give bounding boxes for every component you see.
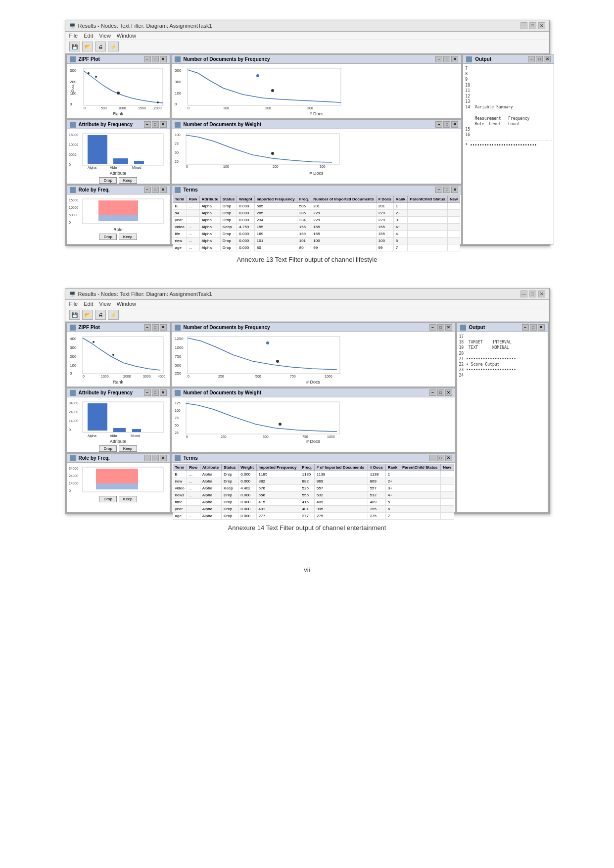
numdoc-freq-ctrl-max-1[interactable]: □	[443, 56, 450, 62]
table-cell: Alpha	[199, 217, 220, 224]
tool-settings-2[interactable]: ⚡	[108, 310, 119, 320]
attr-freq-ctrl-min-1[interactable]: −	[144, 121, 151, 128]
attr-freq-chart-1: 15000 10002 5002 0 Alpha Abbr	[69, 131, 165, 170]
svg-rect-72	[188, 337, 340, 374]
role-freq-ctrl-close-1[interactable]: ✕	[160, 187, 167, 193]
maximize-button-2[interactable]: □	[529, 290, 536, 297]
numdoc-weight-ctrl-max-2[interactable]: □	[437, 389, 444, 396]
zipf-ctrl-close-2[interactable]: ✕	[160, 324, 167, 331]
col-status-1: Status	[220, 196, 236, 203]
zipf-ctrl-max-2[interactable]: □	[152, 324, 159, 331]
col-row-1: Row	[187, 196, 199, 203]
zipf-ctrl-min-2[interactable]: −	[144, 324, 151, 331]
attr-freq-ctrl-min-2[interactable]: −	[144, 389, 151, 396]
menu-file-1[interactable]: File	[69, 33, 78, 39]
svg-rect-19	[188, 68, 341, 105]
numdoc-freq-ctrl-close-1[interactable]: ✕	[451, 56, 458, 62]
numdoc-weight-ctrl-max-1[interactable]: □	[443, 121, 450, 128]
menu-edit-1[interactable]: Edit	[84, 33, 93, 39]
role-freq-ctrl-min-2[interactable]: −	[144, 455, 151, 461]
terms-ctrl-close-2[interactable]: ✕	[445, 455, 452, 461]
table-cell: Drop	[220, 217, 236, 224]
table-cell	[400, 499, 440, 506]
tool-settings-1[interactable]: ⚡	[108, 42, 119, 51]
role-freq-keep-btn-1[interactable]: Keep	[119, 234, 137, 240]
output-ctrl-max-2[interactable]: □	[530, 324, 537, 331]
attr-freq-ctrl-close-1[interactable]: ✕	[160, 121, 167, 128]
numdoc-freq-ctrl-min-2[interactable]: −	[429, 324, 436, 331]
output-ctrl-close-1[interactable]: ✕	[544, 56, 551, 62]
tool-print-2[interactable]: 🖨	[95, 310, 106, 320]
role-freq-drop-btn-1[interactable]: Drop	[99, 234, 116, 240]
role-freq-icon-1	[70, 187, 76, 193]
screenshot-window-1: 🖥️ Results - Nodes: Text Filter: Diagram…	[65, 20, 550, 246]
numdoc-freq-header-1: Number of Documents by Frequency − □ ✕	[172, 55, 462, 64]
table-cell: 7	[385, 513, 400, 520]
close-button-1[interactable]: ✕	[538, 22, 545, 29]
attr-freq-ctrl-close-2[interactable]: ✕	[160, 389, 167, 396]
numdoc-weight-ctrl-min-2[interactable]: −	[429, 389, 436, 396]
output-ctrl-max-1[interactable]: □	[536, 56, 543, 62]
attr-freq-drop-btn-1[interactable]: Drop	[99, 177, 116, 184]
tool-print-1[interactable]: 🖨	[95, 42, 106, 51]
terms-ctrl-max-1[interactable]: □	[443, 187, 450, 193]
table-cell: 155	[311, 224, 376, 231]
table-cell: 0.000	[237, 210, 255, 217]
role-freq-ctrl-close-2[interactable]: ✕	[160, 455, 167, 461]
terms-ctrl-close-1[interactable]: ✕	[451, 187, 458, 193]
numdoc-freq-ctrl-max-2[interactable]: □	[437, 324, 444, 331]
role-freq-ctrl-min-1[interactable]: −	[144, 187, 151, 193]
numdoc-weight-ctrl-min-1[interactable]: −	[435, 121, 442, 128]
zipf-ctrl-max-1[interactable]: □	[152, 56, 159, 62]
role-freq-drop-btn-2[interactable]: Drop	[99, 496, 116, 502]
attr-freq-drop-btn-2[interactable]: Drop	[99, 445, 116, 452]
menu-window-1[interactable]: Window	[117, 33, 136, 39]
screenshot-window-2: 🖥️ Results - Nodes: Text Filter: Diagram…	[65, 288, 550, 514]
role-freq-ctrl-max-2[interactable]: □	[152, 455, 159, 461]
zipf-ctrl-min-1[interactable]: −	[144, 56, 151, 62]
output-ctrl-close-2[interactable]: ✕	[538, 324, 545, 331]
attr-freq-ctrl-max-1[interactable]: □	[152, 121, 159, 128]
terms-ctrl-min-2[interactable]: −	[429, 455, 436, 461]
tool-open-2[interactable]: 📂	[82, 310, 93, 320]
table-cell	[441, 513, 454, 520]
tool-open-1[interactable]: 📂	[82, 42, 93, 51]
numdoc-freq-icon-2	[175, 325, 181, 331]
terms-content-1[interactable]: Term Row Attribute Status Weight Importe…	[172, 194, 462, 252]
role-freq-xlabel-1: Role	[69, 227, 168, 232]
terms-content-2[interactable]: Term Row Attribute Status Weight Importe…	[172, 463, 455, 521]
terms-ctrl-max-2[interactable]: □	[437, 455, 444, 461]
role-freq-ctrl-max-1[interactable]: □	[152, 187, 159, 193]
table-cell: B	[173, 203, 187, 210]
menu-view-1[interactable]: View	[99, 33, 111, 39]
table-cell: ...	[187, 492, 200, 499]
numdoc-weight-ctrl-close-1[interactable]: ✕	[451, 121, 458, 128]
attr-freq-icon-1	[70, 122, 76, 128]
zipf-ctrl-close-1[interactable]: ✕	[160, 56, 167, 62]
attr-freq-ctrl-max-2[interactable]: □	[152, 389, 159, 396]
table-cell: 4.759	[237, 224, 255, 231]
tool-save-1[interactable]: 💾	[69, 42, 80, 51]
numdoc-weight-icon-2	[175, 390, 181, 396]
attr-freq-keep-btn-1[interactable]: Keep	[119, 177, 137, 184]
menu-edit-2[interactable]: Edit	[84, 301, 93, 307]
window-controls-1[interactable]: — □ ✕	[520, 22, 545, 29]
menu-window-2[interactable]: Window	[117, 301, 136, 307]
numdoc-freq-ctrl-close-2[interactable]: ✕	[445, 324, 452, 331]
minimize-button-1[interactable]: —	[520, 22, 527, 29]
close-button-2[interactable]: ✕	[538, 290, 545, 297]
attr-freq-keep-btn-2[interactable]: Keep	[119, 445, 137, 452]
menu-file-2[interactable]: File	[69, 301, 78, 307]
numdoc-freq-ctrl-min-1[interactable]: −	[435, 56, 442, 62]
tool-save-2[interactable]: 💾	[69, 310, 80, 320]
menu-view-2[interactable]: View	[99, 301, 111, 307]
maximize-button-1[interactable]: □	[529, 22, 536, 29]
output-ctrl-min-1[interactable]: −	[528, 56, 535, 62]
window-controls-2[interactable]: — □ ✕	[520, 290, 545, 297]
terms-ctrl-min-1[interactable]: −	[435, 187, 442, 193]
role-freq-keep-btn-2[interactable]: Keep	[119, 496, 137, 502]
minimize-button-2[interactable]: —	[520, 290, 527, 297]
svg-text:100: 100	[175, 133, 181, 137]
numdoc-weight-ctrl-close-2[interactable]: ✕	[445, 389, 452, 396]
output-ctrl-min-2[interactable]: −	[522, 324, 529, 331]
